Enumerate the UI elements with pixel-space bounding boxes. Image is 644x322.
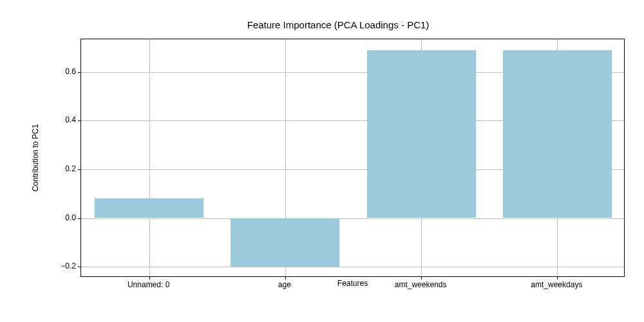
x-tick [285,276,286,279]
bar [231,218,339,267]
y-tick-label: 0.4 [50,115,76,124]
y-tick-label: 0.6 [50,67,76,76]
y-tick-label: 0.0 [50,213,76,222]
y-axis-label: Contribution to PC1 [31,124,40,192]
grid-line-h [81,218,624,219]
bar [367,50,476,218]
plot-area: Features [80,39,625,277]
x-tick [557,276,558,279]
grid-line-h [81,267,624,267]
bar [503,50,612,218]
bar [95,198,204,218]
y-tick-label: −0.2 [50,261,76,270]
grid-line-v [149,39,150,276]
chart-title: Feature Importance (PCA Loadings - PC1) [52,19,625,30]
x-tick [149,276,150,279]
x-axis-label: Features [337,279,368,288]
x-tick [421,276,422,279]
y-tick-label: 0.2 [50,164,76,173]
chart-container: Feature Importance (PCA Loadings - PC1) … [52,19,625,296]
x-tick-label: amt_weekdays [531,280,582,289]
x-tick-label: Unnamed: 0 [128,280,169,289]
x-tick-label: amt_weekends [395,280,447,289]
x-tick-label: age [278,280,291,289]
